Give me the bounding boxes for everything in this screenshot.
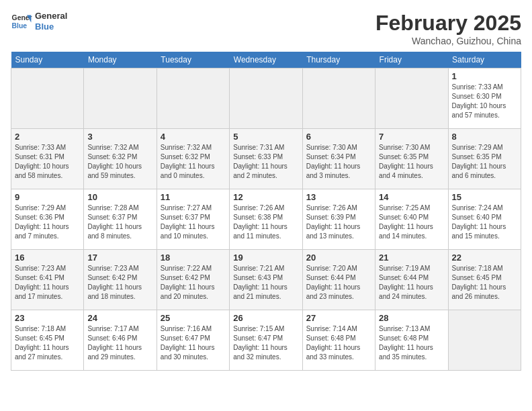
calendar-cell (302, 68, 375, 129)
calendar-cell: 22Sunrise: 7:18 AMSunset: 6:45 PMDayligh… (448, 250, 521, 310)
calendar-cell: 3Sunrise: 7:32 AMSunset: 6:32 PMDaylight… (84, 129, 157, 189)
calendar-week-2: 2Sunrise: 7:33 AMSunset: 6:31 PMDaylight… (11, 129, 521, 189)
calendar-week-3: 9Sunrise: 7:29 AMSunset: 6:36 PMDaylight… (11, 189, 521, 250)
calendar-cell: 28Sunrise: 7:13 AMSunset: 6:48 PMDayligh… (375, 310, 448, 371)
calendar-cell: 6Sunrise: 7:30 AMSunset: 6:34 PMDaylight… (302, 129, 375, 189)
weekday-header-friday: Friday (375, 52, 448, 68)
calendar-cell: 13Sunrise: 7:26 AMSunset: 6:39 PMDayligh… (302, 189, 375, 250)
day-number: 21 (379, 253, 444, 263)
calendar-cell: 2Sunrise: 7:33 AMSunset: 6:31 PMDaylight… (11, 129, 84, 189)
day-number: 7 (379, 132, 444, 142)
day-number: 22 (452, 253, 517, 263)
day-number: 4 (161, 132, 226, 142)
calendar-cell (11, 68, 84, 129)
calendar-cell (84, 68, 157, 129)
day-number: 23 (15, 313, 80, 323)
day-number: 26 (233, 313, 298, 323)
calendar-cell: 9Sunrise: 7:29 AMSunset: 6:36 PMDaylight… (11, 189, 84, 250)
calendar-week-1: 1Sunrise: 7:33 AMSunset: 6:30 PMDaylight… (11, 68, 521, 129)
day-info: Sunrise: 7:19 AMSunset: 6:44 PMDaylight:… (379, 264, 444, 302)
day-number: 11 (161, 192, 226, 202)
weekday-header-monday: Monday (84, 52, 157, 68)
calendar-cell (230, 68, 302, 129)
day-info: Sunrise: 7:32 AMSunset: 6:32 PMDaylight:… (161, 143, 226, 181)
day-info: Sunrise: 7:31 AMSunset: 6:33 PMDaylight:… (233, 143, 298, 181)
day-info: Sunrise: 7:32 AMSunset: 6:32 PMDaylight:… (87, 143, 152, 181)
day-number: 17 (87, 253, 152, 263)
day-info: Sunrise: 7:29 AMSunset: 6:36 PMDaylight:… (15, 203, 80, 241)
day-number: 19 (233, 253, 298, 263)
logo-blue: Blue (35, 21, 67, 32)
logo: General Blue General Blue (11, 11, 67, 32)
day-info: Sunrise: 7:28 AMSunset: 6:37 PMDaylight:… (87, 203, 152, 241)
day-number: 2 (15, 132, 80, 142)
weekday-header-saturday: Saturday (448, 52, 521, 68)
calendar-cell: 23Sunrise: 7:18 AMSunset: 6:45 PMDayligh… (11, 310, 84, 371)
calendar-cell: 20Sunrise: 7:20 AMSunset: 6:44 PMDayligh… (302, 250, 375, 310)
page-header: General Blue General Blue February 2025 … (11, 11, 521, 46)
logo-icon: General Blue (11, 11, 32, 32)
weekday-header-sunday: Sunday (11, 52, 84, 68)
day-number: 8 (452, 132, 517, 142)
calendar-week-4: 16Sunrise: 7:23 AMSunset: 6:41 PMDayligh… (11, 250, 521, 310)
day-number: 14 (379, 192, 444, 202)
calendar-cell: 27Sunrise: 7:14 AMSunset: 6:48 PMDayligh… (302, 310, 375, 371)
day-number: 3 (87, 132, 152, 142)
day-info: Sunrise: 7:29 AMSunset: 6:35 PMDaylight:… (452, 143, 517, 181)
day-number: 13 (306, 192, 371, 202)
day-info: Sunrise: 7:22 AMSunset: 6:42 PMDaylight:… (161, 264, 226, 302)
weekday-header-row: SundayMondayTuesdayWednesdayThursdayFrid… (11, 52, 521, 68)
calendar-cell: 8Sunrise: 7:29 AMSunset: 6:35 PMDaylight… (448, 129, 521, 189)
day-info: Sunrise: 7:15 AMSunset: 6:47 PMDaylight:… (233, 324, 298, 362)
day-number: 27 (306, 313, 371, 323)
weekday-header-tuesday: Tuesday (157, 52, 229, 68)
calendar-cell: 7Sunrise: 7:30 AMSunset: 6:35 PMDaylight… (375, 129, 448, 189)
weekday-header-thursday: Thursday (302, 52, 375, 68)
day-info: Sunrise: 7:13 AMSunset: 6:48 PMDaylight:… (379, 324, 444, 362)
calendar-cell: 18Sunrise: 7:22 AMSunset: 6:42 PMDayligh… (157, 250, 229, 310)
day-info: Sunrise: 7:14 AMSunset: 6:48 PMDaylight:… (306, 324, 371, 362)
day-number: 16 (15, 253, 80, 263)
svg-text:Blue: Blue (12, 22, 28, 30)
day-number: 1 (452, 71, 517, 81)
calendar-cell: 26Sunrise: 7:15 AMSunset: 6:47 PMDayligh… (230, 310, 302, 371)
day-info: Sunrise: 7:18 AMSunset: 6:45 PMDaylight:… (15, 324, 80, 362)
day-info: Sunrise: 7:33 AMSunset: 6:31 PMDaylight:… (15, 143, 80, 181)
calendar-cell: 24Sunrise: 7:17 AMSunset: 6:46 PMDayligh… (84, 310, 157, 371)
calendar-week-5: 23Sunrise: 7:18 AMSunset: 6:45 PMDayligh… (11, 310, 521, 371)
calendar-table: SundayMondayTuesdayWednesdayThursdayFrid… (11, 52, 521, 371)
calendar-cell: 5Sunrise: 7:31 AMSunset: 6:33 PMDaylight… (230, 129, 302, 189)
calendar-cell: 1Sunrise: 7:33 AMSunset: 6:30 PMDaylight… (448, 68, 521, 129)
calendar-cell: 25Sunrise: 7:16 AMSunset: 6:47 PMDayligh… (157, 310, 229, 371)
day-info: Sunrise: 7:17 AMSunset: 6:46 PMDaylight:… (87, 324, 152, 362)
calendar-cell: 14Sunrise: 7:25 AMSunset: 6:40 PMDayligh… (375, 189, 448, 250)
day-info: Sunrise: 7:30 AMSunset: 6:35 PMDaylight:… (379, 143, 444, 181)
calendar-cell: 17Sunrise: 7:23 AMSunset: 6:42 PMDayligh… (84, 250, 157, 310)
day-number: 25 (161, 313, 226, 323)
day-info: Sunrise: 7:33 AMSunset: 6:30 PMDaylight:… (452, 83, 517, 120)
day-number: 12 (233, 192, 298, 202)
weekday-header-wednesday: Wednesday (230, 52, 302, 68)
calendar-cell: 16Sunrise: 7:23 AMSunset: 6:41 PMDayligh… (11, 250, 84, 310)
day-info: Sunrise: 7:27 AMSunset: 6:37 PMDaylight:… (161, 203, 226, 241)
day-info: Sunrise: 7:26 AMSunset: 6:38 PMDaylight:… (233, 203, 298, 241)
calendar-cell: 4Sunrise: 7:32 AMSunset: 6:32 PMDaylight… (157, 129, 229, 189)
day-number: 10 (87, 192, 152, 202)
day-number: 20 (306, 253, 371, 263)
calendar-cell (375, 68, 448, 129)
calendar-cell: 10Sunrise: 7:28 AMSunset: 6:37 PMDayligh… (84, 189, 157, 250)
day-info: Sunrise: 7:26 AMSunset: 6:39 PMDaylight:… (306, 203, 371, 241)
day-number: 24 (87, 313, 152, 323)
day-number: 28 (379, 313, 444, 323)
logo-general: General (35, 11, 67, 21)
day-info: Sunrise: 7:23 AMSunset: 6:42 PMDaylight:… (87, 264, 152, 302)
day-number: 6 (306, 132, 371, 142)
month-year: February 2025 (375, 11, 521, 36)
calendar-cell: 11Sunrise: 7:27 AMSunset: 6:37 PMDayligh… (157, 189, 229, 250)
day-info: Sunrise: 7:18 AMSunset: 6:45 PMDaylight:… (452, 264, 517, 302)
day-info: Sunrise: 7:23 AMSunset: 6:41 PMDaylight:… (15, 264, 80, 302)
title-block: February 2025 Wanchao, Guizhou, China (375, 11, 521, 46)
calendar-cell (157, 68, 229, 129)
calendar-cell: 15Sunrise: 7:24 AMSunset: 6:40 PMDayligh… (448, 189, 521, 250)
calendar-cell: 19Sunrise: 7:21 AMSunset: 6:43 PMDayligh… (230, 250, 302, 310)
